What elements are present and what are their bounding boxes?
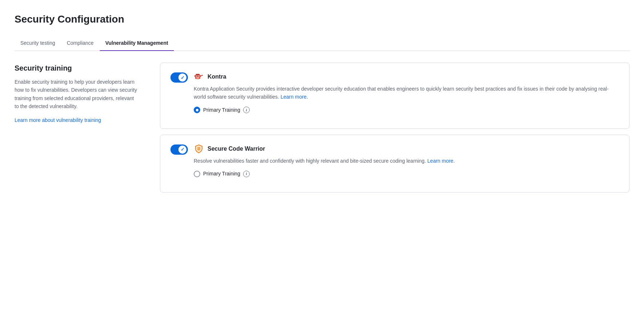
- learn-more-link[interactable]: Learn more about vulnerability training: [15, 117, 101, 123]
- scw-learn-more-link[interactable]: Learn more.: [427, 158, 455, 164]
- kontra-card: ✓: [160, 63, 629, 129]
- scw-card-header: ✓: [170, 144, 619, 178]
- kontra-toggle[interactable]: ✓: [170, 72, 188, 83]
- scw-primary-training-row: Primary Training i: [194, 170, 619, 178]
- tab-compliance[interactable]: Compliance: [61, 36, 100, 51]
- svg-rect-10: [201, 75, 203, 76]
- svg-point-5: [198, 76, 199, 76]
- scw-logo-svg: [194, 144, 204, 154]
- scw-toggle-thumb: ✓: [178, 146, 186, 154]
- scw-provider-info: Secure Code Warrior Resolve vulnerabilit…: [194, 144, 619, 178]
- scw-name: Secure Code Warrior: [208, 144, 265, 153]
- left-panel: Security training Enable security traini…: [15, 63, 138, 124]
- tab-vulnerability-management[interactable]: Vulnerability Management: [100, 36, 174, 51]
- scw-toggle[interactable]: ✓: [170, 144, 188, 155]
- scw-icon: [194, 144, 204, 154]
- scw-info-icon[interactable]: i: [243, 171, 250, 177]
- svg-rect-6: [196, 78, 199, 78]
- scw-toggle-track[interactable]: ✓: [170, 144, 188, 155]
- scw-name-row: Secure Code Warrior: [194, 144, 619, 154]
- page-wrapper: Security Configuration Security testing …: [0, 0, 644, 214]
- providers-list: ✓: [160, 63, 629, 193]
- scw-description: Resolve vulnerabilities faster and confi…: [194, 157, 619, 165]
- page-title: Security Configuration: [15, 12, 629, 27]
- svg-rect-7: [194, 75, 195, 77]
- kontra-info-icon[interactable]: i: [243, 107, 250, 113]
- scw-primary-radio[interactable]: [194, 171, 200, 177]
- kontra-toggle-thumb: ✓: [178, 74, 186, 82]
- kontra-name-row: Kontra: [194, 72, 619, 82]
- tab-bar: Security testing Compliance Vulnerabilit…: [15, 36, 629, 51]
- section-heading: Security training: [15, 63, 138, 74]
- kontra-toggle-track[interactable]: ✓: [170, 72, 188, 83]
- kontra-logo-svg: [194, 72, 204, 82]
- scw-primary-training-label: Primary Training: [203, 170, 240, 178]
- section-description: Enable security training to help your de…: [15, 78, 138, 111]
- kontra-description: Kontra Application Security provides int…: [194, 85, 619, 101]
- scw-card: ✓: [160, 135, 629, 193]
- kontra-icon: [194, 72, 204, 82]
- kontra-toggle-check-icon: ✓: [181, 75, 185, 80]
- kontra-name: Kontra: [208, 72, 226, 81]
- tab-security-testing[interactable]: Security testing: [15, 36, 61, 51]
- svg-marker-9: [197, 79, 199, 80]
- kontra-learn-more-link[interactable]: Learn more.: [281, 94, 308, 100]
- svg-point-4: [196, 76, 197, 76]
- kontra-provider-info: Kontra Kontra Application Security provi…: [194, 72, 619, 114]
- scw-toggle-check-icon: ✓: [181, 147, 185, 152]
- kontra-primary-training-row: Primary Training i: [194, 106, 619, 114]
- svg-rect-8: [200, 75, 201, 77]
- kontra-primary-radio[interactable]: [194, 107, 200, 113]
- kontra-card-header: ✓: [170, 72, 619, 114]
- kontra-primary-training-label: Primary Training: [203, 106, 240, 114]
- content-area: Security training Enable security traini…: [15, 63, 629, 193]
- svg-rect-1: [196, 74, 200, 75]
